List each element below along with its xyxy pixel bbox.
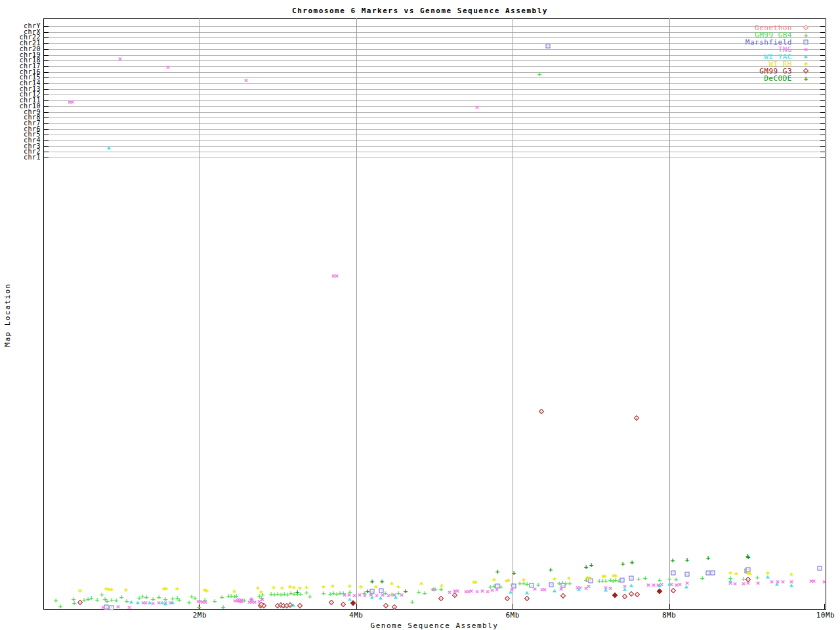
x-gridline-8mb: [669, 18, 670, 609]
data-point-marshfield: [685, 572, 690, 577]
data-point-gm99-gb4: +: [637, 575, 641, 582]
data-point-wi-yac: [775, 583, 779, 586]
y-tick-right-chr6: [820, 129, 825, 130]
y-tick-left-chr13: [44, 89, 49, 90]
data-point-marshfield: [110, 606, 114, 610]
data-point-decode: +: [380, 578, 385, 585]
y-tick-left-chr11: [44, 100, 49, 101]
plot-area: [43, 18, 826, 610]
data-point-wi-yac: [370, 596, 374, 599]
y-tick-right-chr21: [820, 43, 825, 44]
data-point-tng: ×: [495, 586, 499, 593]
data-point-wi-rh: ∗: [123, 586, 128, 594]
chromosome-gridline-chr16: [44, 72, 825, 73]
legend-marker-wi-yac-icon: [804, 55, 808, 58]
data-point-decode: +: [706, 554, 711, 561]
data-point-wi-yac: [394, 596, 398, 599]
data-point-marshfield: [818, 566, 822, 571]
chromosome-gridline-chr20: [44, 49, 825, 50]
chart-title: Chromosome 6 Markers vs Genome Sequence …: [0, 7, 840, 15]
y-tick-right-chr13: [820, 89, 825, 90]
data-point-tng: ×: [244, 77, 249, 84]
y-tick-left-chr5: [44, 135, 49, 135]
data-point-decode: +: [589, 561, 594, 568]
data-point-gm99-gb4: +: [110, 596, 114, 603]
y-tick-right-chr10: [820, 106, 825, 107]
data-point-tng: ×: [533, 585, 537, 593]
data-point-gm99-gb4: +: [54, 597, 58, 604]
data-point-tng: ×: [490, 587, 495, 594]
y-tick-right-chr15: [820, 77, 825, 78]
data-point-tng: ×: [475, 588, 480, 595]
y-tick-right-chr19: [820, 55, 825, 56]
chromosome-gridline-chr9: [44, 112, 825, 113]
data-point-marshfield: [629, 576, 634, 581]
data-point-wi-rh: ∗: [271, 583, 276, 591]
chromosome-gridline-chr19: [44, 55, 825, 56]
x-gridline-6mb: [513, 18, 513, 609]
data-point-wi-yac: [577, 588, 581, 591]
data-point-wi-rh: ∗: [521, 576, 526, 583]
data-point-wi-rh: ∗: [473, 578, 478, 586]
y-tick-label-chr1: chr1: [0, 154, 41, 161]
data-point-wi-yac: [148, 601, 152, 604]
data-point-wi-rh: ∗: [204, 587, 209, 595]
data-point-decode: +: [584, 563, 589, 570]
data-point-wi-rh: ∗: [734, 570, 738, 578]
y-tick-right-chr8: [820, 117, 825, 118]
data-point-tng: ×: [358, 591, 362, 598]
data-point-decode: +: [671, 556, 675, 564]
data-point-wi-yac: [684, 585, 688, 589]
data-point-tng: ×: [118, 55, 123, 62]
chromosome-gridline-chr8: [44, 117, 825, 118]
y-tick-left-chrY: [44, 26, 49, 27]
data-point-decode: +: [366, 587, 370, 595]
x-tick-10mb: [824, 604, 825, 609]
data-point-wi-yac: [509, 591, 513, 594]
chromosome-gridline-chr21: [44, 43, 825, 44]
data-point-gm99-gb4: +: [220, 593, 224, 600]
data-point-tng: ×: [559, 585, 564, 593]
data-point-wi-rh: ∗: [566, 574, 571, 582]
legend-marker-gm99-gb4-icon: +: [804, 32, 808, 39]
x-gridline-4mb: [356, 18, 357, 609]
y-tick-left-chr17: [44, 66, 49, 67]
y-tick-left-chr9: [44, 112, 49, 113]
x-tick-6mb: [513, 604, 513, 609]
y-axis-title: Map Location: [3, 283, 12, 346]
y-tick-left-chr12: [44, 94, 49, 95]
data-point-wi-rh: ∗: [347, 582, 352, 590]
data-point-tng: ×: [742, 580, 746, 587]
data-point-tng: ×: [781, 578, 786, 585]
x-tick-label-8mb: 8Mb: [662, 612, 676, 620]
data-point-decode: +: [549, 566, 553, 573]
data-point-gm99-gb4: +: [417, 588, 421, 595]
y-tick-left-chr2: [44, 152, 49, 152]
chromosome-gridline-chr13: [44, 89, 825, 90]
data-point-wi-yac: [623, 588, 627, 591]
y-tick-left-chr3: [44, 146, 49, 147]
data-point-gm99-gb4: +: [700, 574, 705, 581]
data-point-wi-rh: ∗: [506, 576, 511, 584]
data-point-tng: ×: [431, 586, 436, 593]
data-point-wi-yac: [728, 579, 732, 583]
data-point-tng: ×: [608, 585, 613, 592]
data-point-tng: ×: [448, 589, 452, 596]
data-point-wi-yac: [136, 601, 140, 604]
data-point-decode: +: [746, 553, 751, 560]
x-axis-title: Genome Sequence Assembly: [43, 621, 826, 630]
data-point-decode: +: [295, 588, 300, 595]
y-tick-right-chr20: [820, 49, 825, 50]
data-point-wi-rh: ∗: [396, 583, 400, 591]
data-point-gm99-gb4: +: [119, 593, 124, 600]
x-tick-4mb: [356, 604, 357, 609]
data-point-wi-yac: [348, 598, 352, 601]
data-point-wi-rh: ∗: [765, 569, 770, 577]
data-point-tng: ×: [240, 597, 244, 604]
data-point-tng: ×: [335, 272, 339, 280]
data-point-wi-rh: ∗: [304, 583, 308, 591]
chromosome-gridline-chr11: [44, 100, 825, 101]
data-point-tng: ×: [352, 592, 357, 599]
chromosome-markers-chart: Chromosome 6 Markers vs Genome Sequence …: [0, 0, 840, 630]
chromosome-gridline-chr18: [44, 60, 825, 61]
